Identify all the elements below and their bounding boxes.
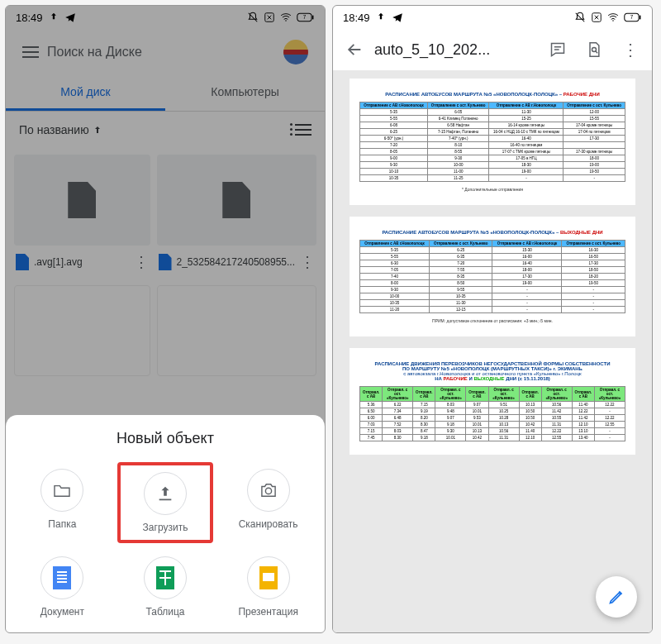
phone-left-drive: 18:49 7 Поиск на Диске bbox=[5, 5, 326, 633]
camera-icon bbox=[259, 483, 278, 498]
document-body[interactable]: РАСПИСАНИЕ АВТОБУСОВ МАРШРУТА №5 «НОВОПО… bbox=[333, 70, 652, 632]
svg-text:7: 7 bbox=[630, 14, 634, 20]
status-time: 18:49 bbox=[343, 12, 370, 24]
sheet-title: Новый объект bbox=[14, 430, 316, 447]
svg-point-5 bbox=[265, 488, 271, 494]
status-bar: 18:49 7 bbox=[333, 6, 652, 29]
new-sheet-button[interactable]: Таблица bbox=[117, 550, 214, 624]
comment-button[interactable] bbox=[541, 33, 574, 66]
svg-rect-9 bbox=[640, 16, 641, 20]
new-object-sheet: Новый объект Папка Загрузить Сканировать… bbox=[6, 415, 325, 632]
google-doc-icon bbox=[53, 566, 71, 589]
new-doc-button[interactable]: Документ bbox=[14, 550, 111, 624]
upload-button[interactable]: Загрузить bbox=[117, 462, 214, 543]
close-box-icon bbox=[591, 12, 602, 23]
doc-page-2: РАСПИСАНИЕ АВТОБУСОВ МАРШРУТА №5 «НОВОПО… bbox=[350, 217, 635, 336]
google-slide-icon bbox=[259, 566, 278, 589]
arrow-left-icon bbox=[345, 41, 364, 59]
pencil-icon bbox=[608, 589, 625, 605]
folder-icon bbox=[53, 483, 71, 498]
telegram-status-icon bbox=[392, 12, 403, 23]
new-folder-button[interactable]: Папка bbox=[14, 462, 111, 543]
viewer-header: auto_5_10_202... ⋮ bbox=[333, 29, 652, 70]
doc-page-3: РАСПИСАНИЕ ДВИЖЕНИЯ ПЕРЕВОЗЧИКОВ НЕГОСУД… bbox=[350, 348, 635, 455]
google-sheet-icon bbox=[156, 566, 174, 589]
document-title: auto_5_10_202... bbox=[374, 41, 538, 59]
upload-status-icon bbox=[375, 12, 387, 23]
wifi-icon bbox=[607, 12, 619, 23]
edit-fab[interactable] bbox=[596, 576, 637, 618]
back-button[interactable] bbox=[338, 33, 371, 66]
find-in-page-icon bbox=[586, 41, 602, 58]
battery-icon: 7 bbox=[624, 12, 642, 23]
upload-icon bbox=[156, 484, 174, 503]
svg-point-7 bbox=[612, 20, 614, 21]
find-button[interactable] bbox=[578, 33, 611, 66]
more-vert-icon: ⋮ bbox=[622, 40, 639, 60]
doc-page-1: РАСПИСАНИЕ АВТОБУСОВ МАРШРУТА №5 «НОВОПО… bbox=[350, 79, 635, 205]
phone-right-viewer: 18:49 7 auto_5_10_202... ⋮ РАСПИСАНИЕ АВ… bbox=[332, 5, 653, 633]
more-button[interactable]: ⋮ bbox=[614, 33, 647, 66]
scan-button[interactable]: Сканировать bbox=[220, 462, 316, 543]
silent-icon bbox=[574, 12, 586, 23]
new-slide-button[interactable]: Презентация bbox=[220, 550, 316, 624]
comment-icon bbox=[549, 41, 566, 58]
